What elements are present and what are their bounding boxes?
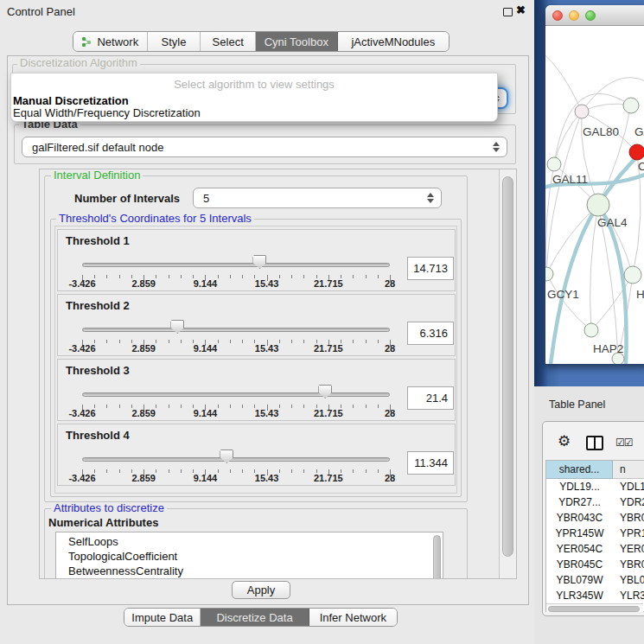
- table-header-row: shared... n: [546, 461, 644, 479]
- network-window: GAL80GACGAL11GAL4GCY1HHAP2: [545, 5, 644, 364]
- threshold-slider[interactable]: [82, 392, 390, 397]
- panel-title: Control Panel: [7, 5, 75, 18]
- table-data-combobox[interactable]: galFiltered.sif default node: [22, 137, 507, 157]
- table-row[interactable]: YBR043CYBR0: [546, 510, 644, 526]
- tab-select[interactable]: Select: [201, 32, 256, 51]
- threshold-slider[interactable]: [82, 328, 390, 332]
- columns-icon[interactable]: [586, 436, 603, 450]
- tab-network-label: Network: [97, 35, 138, 48]
- table-row[interactable]: YER054CYER0: [546, 541, 644, 557]
- network-edge[interactable]: [546, 274, 591, 330]
- close-icon[interactable]: ✖: [516, 3, 526, 16]
- select-columns-icon[interactable]: ☑☑: [615, 437, 633, 449]
- settings-scrollbar[interactable]: [499, 169, 516, 578]
- threshold-row-4: Threshold 4-3.4262.8599.14415.4321.71528…: [57, 424, 456, 486]
- node-label: GAL4: [597, 216, 628, 229]
- table-panel-title: Table Panel: [549, 399, 605, 411]
- interval-definition-label: Interval Definition: [51, 169, 143, 181]
- network-node[interactable]: [623, 98, 639, 113]
- node-label: GCY1: [547, 288, 579, 301]
- node-label: GAL11: [552, 173, 588, 186]
- threshold-value-field[interactable]: 11.344: [407, 451, 454, 475]
- network-node[interactable]: [547, 157, 561, 171]
- numerical-attributes-list[interactable]: SelfLoopsTopologicalCoefficientBetweenne…: [55, 532, 443, 579]
- numerical-attributes-label: Numerical Attributes: [48, 516, 158, 529]
- network-node[interactable]: [584, 323, 598, 337]
- table-row[interactable]: YPR145WYPR1: [546, 526, 644, 541]
- threshold-row-2: Threshold 2-3.4262.8599.14415.4321.71528…: [57, 294, 456, 356]
- zoom-traffic-light-icon[interactable]: [585, 10, 596, 21]
- slider-scale-labels: -3.4262.8599.14415.4321.71528: [58, 343, 455, 354]
- attributes-group-label: Attributes to discretize: [51, 502, 167, 513]
- threshold-row-1: Threshold 1-3.4262.8599.14415.4321.71528…: [57, 229, 456, 291]
- number-of-intervals-combobox[interactable]: 5: [193, 188, 442, 208]
- tab-infer-network-label: Infer Network: [320, 611, 386, 624]
- dropdown-option-equal-width-frequency[interactable]: Equal Width/Frequency Discretization: [13, 106, 201, 119]
- table-row[interactable]: YLR345WYLR3: [546, 588, 644, 603]
- attribute-item[interactable]: BetweennessCentrality: [56, 564, 443, 578]
- network-canvas[interactable]: GAL80GACGAL11GAL4GCY1HHAP2: [545, 26, 644, 364]
- table-horizontal-scrollbar[interactable]: [546, 603, 643, 612]
- tab-discretize-data-label: Discretize Data: [216, 611, 292, 624]
- threshold-slider[interactable]: [82, 263, 390, 267]
- number-of-intervals-label: Number of Intervals: [74, 192, 180, 205]
- threshold-value-field[interactable]: 21.4: [407, 386, 454, 410]
- minimize-traffic-light-icon[interactable]: [569, 10, 579, 21]
- table-row[interactable]: YBL079WYBL0: [546, 572, 644, 588]
- network-edge[interactable]: [598, 105, 631, 205]
- table-row[interactable]: YBR045CYBR0: [546, 557, 644, 572]
- dropdown-option-manual-discretization[interactable]: Manual Discretization: [13, 94, 129, 107]
- column-header-name[interactable]: n: [613, 461, 644, 479]
- slider-scale-labels: -3.4262.8599.14415.4321.71528: [58, 278, 455, 289]
- node-label: C: [638, 160, 644, 173]
- network-node[interactable]: [575, 105, 589, 118]
- algorithm-dropdown-popup: Select algorithm to view settings Manual…: [10, 73, 498, 122]
- node-label: HAP2: [593, 342, 623, 355]
- tab-style-label: Style: [162, 35, 187, 48]
- table-row[interactable]: YDL19...YDL1: [546, 479, 644, 494]
- network-edge[interactable]: [545, 52, 582, 112]
- tab-impute-data[interactable]: Impute Data: [124, 609, 201, 626]
- toolbox-tab-bar: Network Style Select Cyni Toolbox jActiv…: [73, 31, 450, 52]
- scrollbar-thumb[interactable]: [502, 176, 513, 557]
- float-window-icon[interactable]: [503, 8, 513, 16]
- table-row[interactable]: YDR27...YDR2: [546, 494, 644, 510]
- network-node[interactable]: [587, 194, 609, 216]
- node-label: GAL80: [583, 125, 619, 138]
- threshold-value-field[interactable]: 6.316: [407, 322, 454, 345]
- network-canvas-svg: GAL80GACGAL11GAL4GCY1HHAP2: [545, 26, 644, 364]
- tab-style[interactable]: Style: [148, 32, 201, 51]
- thresholds-group-label: Threshold's Coordinates for 5 Intervals: [56, 213, 254, 224]
- tab-impute-data-label: Impute Data: [131, 611, 193, 624]
- control-panel-titlebar: Control Panel ✖: [0, 0, 534, 22]
- attribute-item[interactable]: TopologicalCoefficient: [56, 549, 443, 564]
- list-scrollbar[interactable]: [433, 535, 441, 579]
- gear-icon[interactable]: ⚙: [558, 432, 571, 450]
- threshold-slider[interactable]: [82, 457, 390, 462]
- tab-jactivemnodules[interactable]: jActiveMNodules: [338, 32, 449, 51]
- cyni-mode-tab-bar: Impute Data Discretize Data Infer Networ…: [124, 608, 398, 627]
- threshold-label: Threshold 4: [66, 429, 130, 442]
- network-node[interactable]: [624, 266, 641, 284]
- tab-network[interactable]: Network: [73, 32, 148, 51]
- node-table: shared... n YDL19...YDL1YDR27...YDR2YBR0…: [545, 460, 644, 612]
- apply-button[interactable]: Apply: [232, 581, 290, 599]
- network-node[interactable]: [545, 267, 553, 281]
- network-node[interactable]: [629, 144, 644, 160]
- tab-infer-network[interactable]: Infer Network: [309, 609, 397, 626]
- threshold-value-field[interactable]: 14.713: [407, 257, 454, 280]
- tab-cyni-toolbox[interactable]: Cyni Toolbox: [256, 32, 338, 51]
- network-edge[interactable]: [554, 112, 582, 164]
- combo-stepper-icon: [424, 193, 437, 203]
- discretization-algorithm-label: Discretization Algorithm: [17, 57, 140, 68]
- column-header-shared-name[interactable]: shared...: [546, 461, 613, 479]
- table-scrollbar-thumb[interactable]: [548, 606, 640, 612]
- tab-select-label: Select: [213, 35, 244, 48]
- attribute-item[interactable]: SelfLoops: [56, 534, 443, 549]
- tab-jactivemnodules-label: jActiveMNodules: [351, 35, 435, 48]
- network-window-titlebar[interactable]: [545, 5, 644, 26]
- network-edge[interactable]: [551, 205, 598, 364]
- close-traffic-light-icon[interactable]: [552, 10, 563, 21]
- tab-discretize-data[interactable]: Discretize Data: [201, 609, 309, 626]
- node-label: GA: [634, 125, 644, 138]
